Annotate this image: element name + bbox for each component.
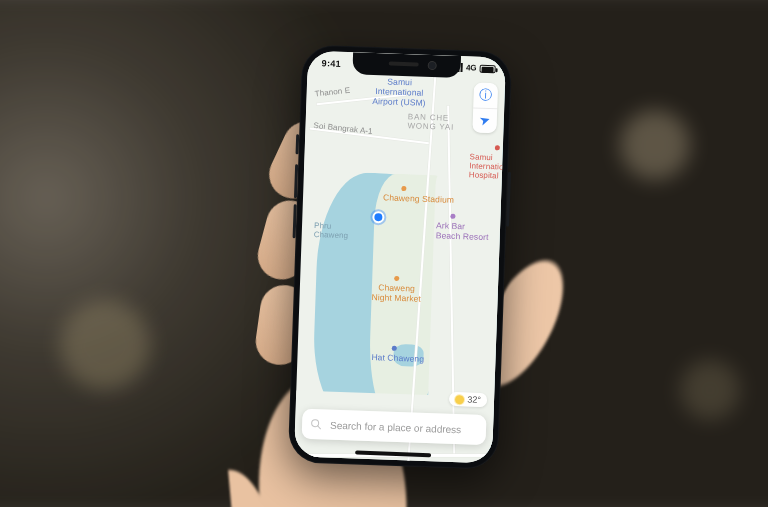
phone-notch <box>352 52 461 78</box>
search-bar[interactable] <box>302 409 487 445</box>
bokeh-light <box>60 300 150 390</box>
area-label-ban-che-wong-yai: BAN CHE WONG YAI <box>407 112 454 132</box>
feature-label-phru-chaweng: Phru Chaweng <box>314 221 349 241</box>
status-time: 9:41 <box>322 58 342 69</box>
poi-samui-airport[interactable]: Samui International Airport (USM) <box>372 77 426 108</box>
search-icon <box>310 418 322 430</box>
poi-ark-bar[interactable]: Ark Bar Beach Resort <box>436 221 489 242</box>
network-type: 4G <box>466 63 477 72</box>
poi-hat-chaweng[interactable]: Hat Chaweng <box>371 353 424 365</box>
poi-chaweng-night-market[interactable]: Chaweng Night Market <box>371 283 421 304</box>
phone-mute-switch <box>296 134 300 154</box>
info-icon: ⓘ <box>479 86 493 104</box>
locate-icon: ➤ <box>477 112 492 130</box>
phone-volume-down <box>293 204 297 238</box>
sun-icon <box>455 395 464 404</box>
phone-screen: 9:41 4G Tha <box>294 51 506 464</box>
weather-pill[interactable]: 32° <box>449 392 487 407</box>
battery-icon <box>479 64 495 73</box>
svg-line-1 <box>317 426 320 429</box>
info-button[interactable]: ⓘ <box>473 82 498 107</box>
search-input[interactable] <box>328 418 478 436</box>
poi-samui-hospital[interactable]: Samui Internationa Hospital <box>469 152 506 181</box>
map-controls: ⓘ ➤ <box>472 82 498 133</box>
bokeh-light <box>680 360 740 420</box>
phone-frame: 9:41 4G Tha <box>288 44 512 469</box>
bokeh-light <box>620 110 690 180</box>
weather-temperature: 32° <box>467 394 481 404</box>
phone-volume-up <box>294 164 298 198</box>
locate-button[interactable]: ➤ <box>472 107 497 133</box>
